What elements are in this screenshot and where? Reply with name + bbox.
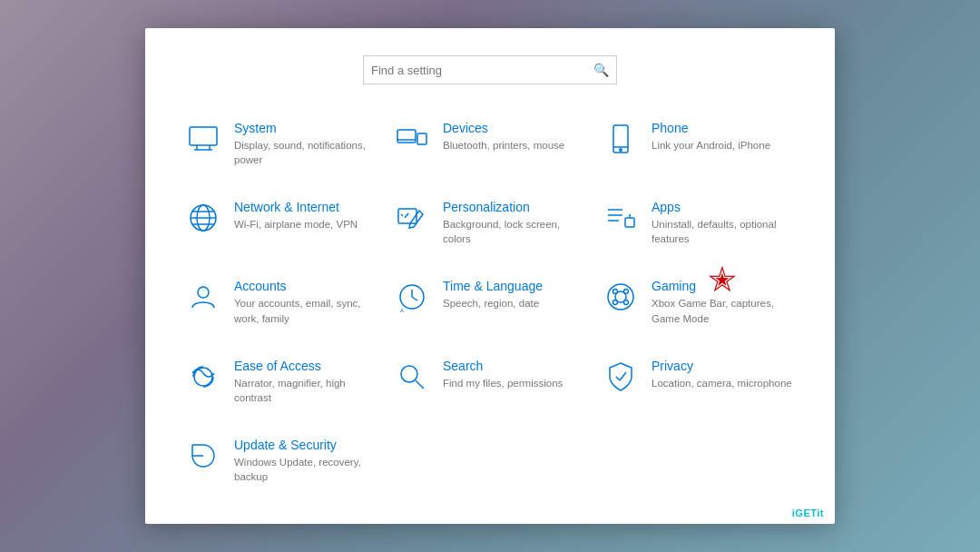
settings-item-system[interactable]: System Display, sound, notifications, po… bbox=[181, 117, 381, 171]
search-title: Search bbox=[443, 359, 586, 373]
svg-line-17 bbox=[405, 213, 408, 218]
search-icon: 🔍 bbox=[593, 63, 609, 77]
svg-line-37 bbox=[616, 377, 620, 380]
svg-point-28 bbox=[608, 284, 633, 310]
settings-item-accounts[interactable]: Accounts Your accounts, email, sync, wor… bbox=[181, 275, 381, 329]
phone-icon bbox=[603, 121, 639, 157]
search-bar-wrap: 🔍 bbox=[181, 55, 799, 84]
update-desc: Windows Update, recovery, backup bbox=[234, 455, 377, 484]
svg-point-23 bbox=[198, 287, 209, 298]
update-text: Update & Security Windows Update, recove… bbox=[234, 438, 377, 484]
accounts-icon bbox=[185, 279, 221, 315]
settings-item-ease[interactable]: Ease of Access Narrator, magnifier, high… bbox=[181, 355, 381, 409]
accounts-title: Accounts bbox=[234, 279, 377, 293]
apps-text: Apps Uninstall, defaults, optional featu… bbox=[652, 200, 795, 246]
privacy-icon bbox=[603, 359, 639, 395]
devices-text: Devices Bluetooth, printers, mouse bbox=[443, 121, 586, 153]
svg-rect-0 bbox=[190, 127, 217, 145]
svg-point-33 bbox=[624, 301, 629, 305]
time-text: Time & Language Speech, region, date bbox=[443, 279, 586, 310]
privacy-desc: Location, camera, microphone bbox=[652, 376, 795, 390]
settings-item-gaming[interactable]: Gaming Xbox Game Bar, captures, Game Mod… bbox=[599, 275, 799, 329]
ease-icon bbox=[185, 359, 221, 395]
svg-rect-21 bbox=[625, 218, 634, 227]
settings-item-personalization[interactable]: Personalization Background, lock screen,… bbox=[390, 196, 590, 250]
settings-item-time[interactable]: A Time & Language Speech, region, date bbox=[390, 275, 590, 329]
settings-item-apps[interactable]: Apps Uninstall, defaults, optional featu… bbox=[599, 196, 799, 250]
accounts-desc: Your accounts, email, sync, work, family bbox=[234, 296, 377, 325]
svg-line-16 bbox=[401, 214, 403, 216]
personalization-icon bbox=[394, 200, 430, 236]
ease-title: Ease of Access bbox=[234, 359, 377, 373]
settings-window: 🔍 System Display, sound, notifications, … bbox=[145, 28, 835, 524]
gaming-text: Gaming Xbox Game Bar, captures, Game Mod… bbox=[652, 279, 795, 325]
svg-point-31 bbox=[624, 290, 629, 294]
svg-point-35 bbox=[401, 366, 417, 382]
svg-line-36 bbox=[416, 380, 424, 389]
phone-text: Phone Link your Android, iPhone bbox=[652, 121, 795, 153]
time-icon: A bbox=[394, 279, 430, 315]
time-desc: Speech, region, date bbox=[443, 296, 586, 310]
search-bar[interactable]: 🔍 bbox=[363, 55, 617, 84]
system-icon bbox=[185, 121, 221, 157]
network-text: Network & Internet Wi-Fi, airplane mode,… bbox=[234, 200, 377, 232]
update-title: Update & Security bbox=[234, 438, 377, 452]
settings-item-update[interactable]: Update & Security Windows Update, recove… bbox=[181, 434, 381, 488]
update-icon bbox=[185, 438, 221, 474]
svg-rect-15 bbox=[398, 209, 416, 223]
ease-desc: Narrator, magnifier, high contrast bbox=[234, 376, 377, 405]
privacy-text: Privacy Location, camera, microphone bbox=[652, 359, 795, 390]
gaming-desc: Xbox Game Bar, captures, Game Mode bbox=[652, 296, 795, 325]
search-icon bbox=[394, 359, 430, 395]
search-text: Search Find my files, permissions bbox=[443, 359, 586, 390]
apps-icon bbox=[603, 200, 639, 236]
network-icon bbox=[185, 200, 221, 236]
settings-grid: System Display, sound, notifications, po… bbox=[181, 117, 799, 488]
svg-line-26 bbox=[412, 297, 417, 301]
phone-title: Phone bbox=[652, 121, 795, 135]
devices-desc: Bluetooth, printers, mouse bbox=[443, 138, 586, 153]
personalization-text: Personalization Background, lock screen,… bbox=[443, 200, 586, 246]
svg-point-9 bbox=[620, 149, 622, 151]
system-text: System Display, sound, notifications, po… bbox=[234, 121, 377, 167]
svg-rect-4 bbox=[397, 130, 416, 143]
watermark: iGETit bbox=[792, 508, 824, 518]
personalization-desc: Background, lock screen, colors bbox=[443, 217, 586, 246]
svg-point-30 bbox=[613, 290, 618, 294]
time-title: Time & Language bbox=[443, 279, 586, 293]
personalization-title: Personalization bbox=[443, 200, 586, 214]
devices-icon bbox=[394, 121, 430, 157]
settings-item-search[interactable]: Search Find my files, permissions bbox=[390, 355, 590, 409]
network-title: Network & Internet bbox=[234, 200, 377, 214]
gaming-icon bbox=[603, 279, 639, 315]
settings-item-network[interactable]: Network & Internet Wi-Fi, airplane mode,… bbox=[181, 196, 381, 250]
network-desc: Wi-Fi, airplane mode, VPN bbox=[234, 217, 377, 232]
apps-title: Apps bbox=[652, 200, 795, 214]
ease-text: Ease of Access Narrator, magnifier, high… bbox=[234, 359, 377, 405]
system-title: System bbox=[234, 121, 377, 135]
devices-title: Devices bbox=[443, 121, 586, 135]
gaming-title: Gaming bbox=[652, 279, 795, 293]
accounts-text: Accounts Your accounts, email, sync, wor… bbox=[234, 279, 377, 325]
settings-item-phone[interactable]: Phone Link your Android, iPhone bbox=[599, 117, 799, 171]
phone-desc: Link your Android, iPhone bbox=[652, 138, 795, 153]
svg-point-32 bbox=[613, 301, 618, 305]
search-input[interactable] bbox=[371, 64, 593, 77]
privacy-title: Privacy bbox=[652, 359, 795, 373]
settings-item-privacy[interactable]: Privacy Location, camera, microphone bbox=[599, 355, 799, 409]
svg-line-38 bbox=[620, 372, 626, 380]
apps-desc: Uninstall, defaults, optional features bbox=[652, 217, 795, 246]
svg-rect-5 bbox=[417, 133, 426, 144]
svg-text:A: A bbox=[400, 308, 404, 313]
settings-item-devices[interactable]: Devices Bluetooth, printers, mouse bbox=[390, 117, 590, 171]
system-desc: Display, sound, notifications, power bbox=[234, 138, 377, 167]
search-desc: Find my files, permissions bbox=[443, 376, 586, 390]
